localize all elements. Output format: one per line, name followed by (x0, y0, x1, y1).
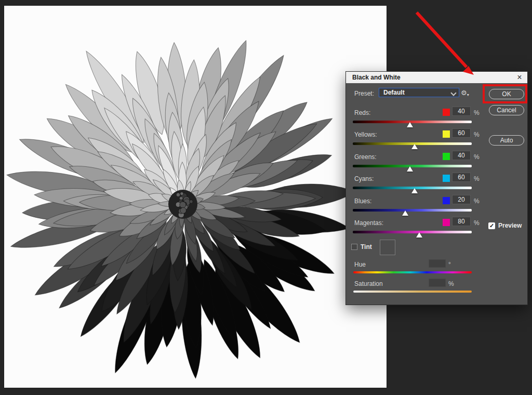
checkbox-checked-icon[interactable]: ✓ (488, 222, 495, 229)
screenshot-stage: Black and White × Preset: Default ⚙▾ OK … (0, 0, 532, 395)
channel-color-swatch (443, 153, 450, 160)
slider-thumb-icon[interactable] (407, 166, 413, 172)
preset-dropdown[interactable]: Default (379, 88, 459, 97)
channel-label: Blues: (354, 198, 371, 205)
close-icon[interactable]: × (515, 72, 524, 83)
dialog-title: Black and White (352, 74, 401, 81)
hue-label: Hue (354, 261, 366, 268)
saturation-label: Saturation (354, 280, 383, 287)
channel-slider[interactable] (353, 231, 472, 239)
dialog-titlebar[interactable]: Black and White × (346, 72, 527, 83)
channel-unit: % (474, 219, 480, 227)
slider-track[interactable] (353, 231, 472, 233)
channel-color-swatch (443, 130, 450, 138)
auto-button[interactable]: Auto (489, 135, 524, 146)
channel-unit: % (474, 175, 480, 182)
slider-track[interactable] (353, 209, 472, 212)
channel-color-swatch (443, 109, 450, 116)
preset-options-gear-icon[interactable]: ⚙▾ (461, 89, 469, 97)
saturation-slider (353, 291, 472, 293)
tint-color-swatch[interactable] (380, 240, 395, 255)
hue-value-input (429, 259, 446, 268)
preview-checkbox[interactable]: ✓ Preview (488, 222, 522, 229)
channel-slider[interactable] (353, 142, 472, 151)
saturation-value-input (429, 279, 446, 287)
channel-label: Cyans: (354, 175, 374, 182)
slider-thumb-icon[interactable] (416, 232, 422, 238)
channel-unit: % (474, 198, 480, 205)
slider-thumb-icon[interactable] (402, 210, 408, 216)
preview-label: Preview (498, 222, 522, 229)
channel-value-input[interactable] (452, 217, 471, 226)
channel-color-swatch (443, 175, 450, 182)
channel-value-input[interactable] (452, 107, 471, 116)
channel-value-input[interactable] (452, 151, 471, 160)
slider-thumb-icon[interactable] (411, 144, 418, 149)
channel-label: Greens: (354, 153, 377, 161)
channel-label: Yellows: (354, 131, 377, 138)
channel-label: Magentas: (354, 219, 383, 227)
saturation-unit: % (448, 280, 454, 287)
hue-slider (353, 271, 472, 273)
preset-value: Default (383, 89, 405, 96)
tint-checkbox[interactable] (351, 244, 357, 250)
ok-button[interactable]: OK (489, 89, 524, 99)
channel-value-input[interactable] (452, 173, 471, 182)
slider-thumb-icon[interactable] (407, 122, 413, 127)
channel-color-swatch (443, 219, 450, 226)
cancel-button[interactable]: Cancel (489, 105, 524, 115)
chevron-down-icon (450, 90, 456, 96)
flower-image (4, 6, 387, 388)
preset-label: Preset: (354, 90, 374, 97)
channel-value-input[interactable] (452, 195, 471, 204)
channel-slider[interactable] (353, 187, 472, 195)
tint-label: Tint (361, 243, 372, 251)
black-and-white-dialog: Black and White × Preset: Default ⚙▾ OK … (346, 72, 527, 305)
channel-slider[interactable] (353, 165, 472, 173)
channel-color-swatch (443, 197, 450, 204)
channel-unit: % (474, 153, 480, 161)
slider-thumb-icon[interactable] (411, 188, 418, 193)
channel-label: Reds: (354, 109, 370, 116)
document-canvas (4, 6, 387, 388)
channel-slider[interactable] (353, 121, 472, 129)
channel-unit: % (474, 109, 480, 116)
channel-value-input[interactable] (452, 128, 471, 138)
channel-slider[interactable] (353, 209, 472, 217)
hue-unit: ° (448, 261, 451, 268)
channel-unit: % (474, 131, 480, 138)
